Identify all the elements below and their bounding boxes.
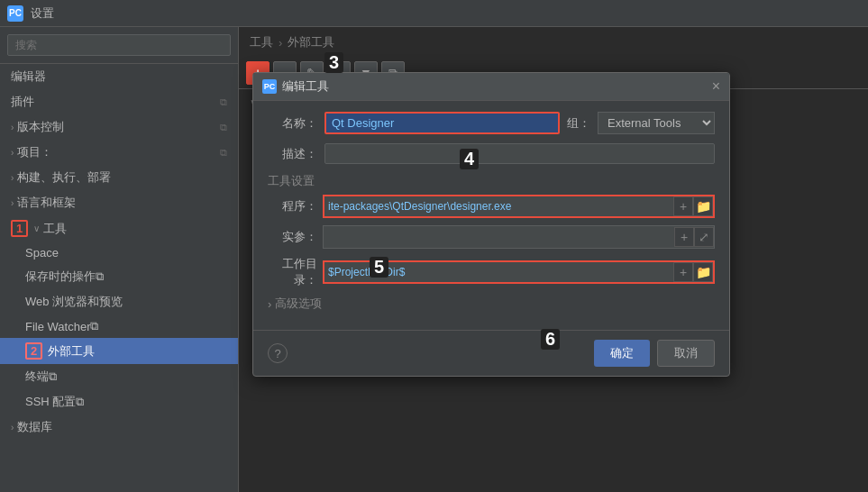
program-input[interactable] [324, 200, 673, 213]
arrow-icon: › [11, 123, 14, 132]
sidebar-item-label: File Watcher [25, 320, 90, 333]
name-row: 名称： 组： External Tools [268, 112, 715, 134]
confirm-button[interactable]: 确定 [594, 340, 650, 367]
sidebar-item-label: 外部工具 [48, 343, 95, 360]
advanced-section[interactable]: › 高级选项 [268, 296, 715, 312]
dialog-icon: PC [262, 79, 277, 94]
arrow-icon: ∨ [33, 223, 40, 233]
sidebar-item-label: 版本控制 [17, 119, 64, 135]
workdir-add-button[interactable]: + [673, 262, 693, 282]
external-icon: ⧉ [220, 147, 227, 159]
app-icon: PC [7, 5, 23, 22]
window-title: 设置 [31, 5, 54, 22]
dialog-titlebar: PC 编辑工具 × [253, 73, 729, 101]
search-input[interactable] [7, 34, 231, 56]
search-box [0, 27, 238, 64]
sidebar-item-project[interactable]: › 项目： ⧉ [0, 140, 238, 165]
badge-5: 5 [370, 257, 388, 278]
breadcrumb-item-tools: 工具 [250, 34, 273, 50]
sidebar-item-label: 终端 [25, 369, 49, 385]
sidebar-item-label: Web 浏览器和预览 [25, 294, 123, 310]
help-button[interactable]: ? [268, 343, 288, 363]
args-label: 实参： [268, 229, 317, 245]
sidebar-subitem-ext-tools[interactable]: 2 外部工具 [0, 338, 238, 364]
breadcrumb-item-ext-tools: 外部工具 [288, 34, 334, 50]
sidebar-item-label: 构建、执行、部署 [17, 169, 111, 186]
args-row: 实参： + ⤢ [268, 225, 715, 249]
group-label: 组： [567, 115, 590, 132]
sidebar-subitem-web-browser[interactable]: Web 浏览器和预览 [0, 289, 238, 314]
sidebar-item-plugins[interactable]: 插件 ⧉ [0, 89, 238, 114]
sidebar-item-label: 插件 [11, 94, 34, 110]
sidebar-item-label: 工具 [43, 221, 67, 237]
badge-2: 2 [25, 342, 42, 360]
external-icon: ⧉ [96, 269, 104, 284]
breadcrumb-separator: › [279, 36, 282, 50]
dialog-footer: ? 确定 取消 [253, 330, 729, 376]
sidebar-item-lang[interactable]: › 语言和框架 [0, 190, 238, 215]
title-bar: PC 设置 [0, 0, 868, 27]
advanced-arrow-icon: › [268, 297, 271, 311]
cancel-button[interactable]: 取消 [657, 340, 715, 367]
program-label: 程序： [268, 198, 317, 214]
badge-6: 6 [541, 329, 560, 350]
arrow-icon: › [11, 173, 14, 183]
external-icon: ⧉ [90, 319, 98, 333]
args-input-box: + ⤢ [323, 225, 715, 249]
sidebar-subitem-ssh[interactable]: SSH 配置 ⧉ [0, 389, 238, 415]
dialog-title-text: 编辑工具 [282, 78, 329, 95]
edit-tool-dialog: PC 编辑工具 × 名称： 组： External Tools 描述： 工具设置… [252, 72, 730, 377]
name-input[interactable] [324, 112, 560, 134]
footer-buttons: 确定 取消 [594, 340, 715, 367]
sidebar-list: 编辑器 插件 ⧉ › 版本控制 ⧉ › 项目： ⧉ › 构建、执行、部署 [0, 64, 238, 492]
desc-label: 描述： [268, 146, 317, 162]
arrow-icon: › [11, 148, 14, 158]
sidebar-item-label: Space [25, 246, 59, 260]
external-icon: ⧉ [220, 122, 227, 133]
sidebar-item-tools[interactable]: 1 ∨ 工具 [0, 215, 238, 241]
tools-section-title: 工具设置 [268, 173, 715, 189]
sidebar-item-label: 语言和框架 [17, 195, 76, 211]
sidebar: 编辑器 插件 ⧉ › 版本控制 ⧉ › 项目： ⧉ › 构建、执行、部署 [0, 27, 239, 492]
workdir-folder-button[interactable]: 📁 [693, 262, 713, 282]
name-label: 名称： [268, 115, 317, 132]
external-icon: ⧉ [49, 369, 57, 384]
badge-4: 4 [460, 149, 479, 169]
sidebar-item-label: 项目： [17, 144, 52, 160]
external-icon: ⧉ [220, 96, 227, 108]
sidebar-item-label: 编辑器 [11, 68, 46, 85]
workdir-label: 工作目录： [268, 256, 317, 288]
program-input-box: + 📁 [323, 195, 715, 218]
args-expand-button[interactable]: ⤢ [694, 227, 714, 247]
program-folder-button[interactable]: 📁 [693, 196, 713, 216]
dialog-content: 名称： 组： External Tools 描述： 工具设置 程序： + 📁 实… [253, 101, 729, 330]
group-select[interactable]: External Tools [598, 112, 715, 134]
badge-1: 1 [11, 220, 28, 237]
program-add-button[interactable]: + [673, 196, 693, 216]
sidebar-item-vcs[interactable]: › 版本控制 ⧉ [0, 114, 238, 140]
desc-row: 描述： [268, 143, 715, 164]
arrow-icon: › [11, 198, 14, 208]
sidebar-item-editor[interactable]: 编辑器 [0, 64, 238, 89]
arrow-icon: › [11, 423, 14, 433]
sidebar-item-label: SSH 配置 [25, 394, 76, 410]
program-row: 程序： + 📁 [268, 195, 715, 218]
sidebar-subitem-space[interactable]: Space [0, 241, 238, 264]
sidebar-item-build[interactable]: › 构建、执行、部署 [0, 165, 238, 190]
desc-input[interactable] [324, 143, 715, 164]
external-icon: ⧉ [76, 395, 84, 409]
sidebar-subitem-terminal[interactable]: 终端 ⧉ [0, 364, 238, 389]
dialog-close-button[interactable]: × [712, 79, 720, 94]
badge-3: 3 [324, 52, 343, 73]
sidebar-item-label: 数据库 [17, 419, 52, 435]
sidebar-item-database[interactable]: › 数据库 [0, 415, 238, 440]
sidebar-item-label: 保存时的操作 [25, 269, 96, 285]
workdir-row: 工作目录： + 📁 [268, 256, 715, 288]
sidebar-subitem-file-watcher[interactable]: File Watcher ⧉ [0, 314, 238, 338]
sidebar-subitem-save-actions[interactable]: 保存时的操作 ⧉ [0, 264, 238, 289]
dialog-title: PC 编辑工具 [262, 78, 329, 95]
args-add-button[interactable]: + [674, 227, 694, 247]
advanced-label: 高级选项 [275, 296, 322, 312]
args-input[interactable] [324, 231, 674, 243]
